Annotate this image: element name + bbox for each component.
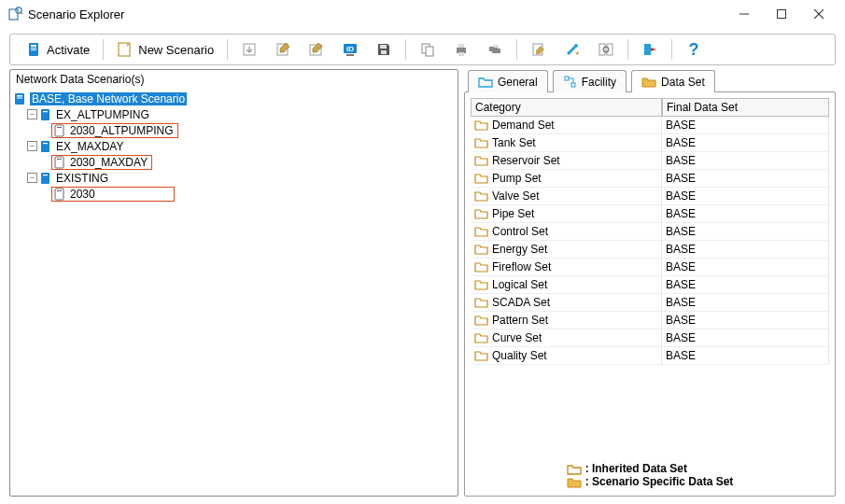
svg-rect-18 — [380, 45, 387, 49]
panel-header: Network Data Scenario(s) — [10, 70, 458, 89]
tree-node[interactable]: 2030_MAXDAY — [68, 156, 149, 169]
svg-rect-30 — [599, 44, 605, 55]
svg-rect-23 — [458, 44, 464, 48]
folder-outline-icon — [567, 463, 582, 475]
separator — [227, 39, 228, 60]
svg-line-2 — [21, 12, 22, 14]
facility-icon — [563, 75, 577, 89]
grid-row[interactable]: SCADA SetBASE — [471, 294, 829, 312]
category-cell: Control Set — [471, 223, 662, 241]
grid-row[interactable]: Quality SetBASE — [471, 347, 829, 365]
edit-button[interactable] — [303, 39, 331, 60]
print-all-button[interactable] — [481, 39, 509, 60]
category-cell: Fireflow Set — [471, 259, 662, 276]
category-cell: Tank Set — [471, 134, 662, 152]
separator — [516, 39, 517, 60]
svg-rect-27 — [494, 45, 499, 48]
export-button[interactable] — [636, 39, 664, 60]
grid-row[interactable]: Control SetBASE — [471, 223, 829, 241]
collapse-icon[interactable]: − — [27, 173, 37, 183]
category-cell: Energy Set — [471, 241, 662, 259]
svg-rect-49 — [565, 77, 569, 80]
column-header-category[interactable]: Category — [471, 99, 662, 117]
close-button[interactable] — [800, 1, 838, 27]
svg-rect-17 — [346, 54, 354, 56]
copy-button[interactable] — [414, 39, 442, 60]
svg-rect-37 — [41, 109, 49, 120]
tab-general[interactable]: General — [468, 70, 548, 92]
value-cell: BASE — [662, 205, 829, 223]
collapse-icon[interactable]: − — [27, 141, 37, 151]
tab-facility[interactable]: Facility — [553, 70, 627, 92]
compare-button[interactable] — [592, 39, 620, 60]
svg-rect-41 — [41, 141, 49, 152]
save-button[interactable] — [370, 39, 398, 60]
grid-row[interactable]: Fireflow SetBASE — [471, 259, 829, 276]
svg-rect-40 — [57, 127, 62, 128]
scenario-icon — [54, 188, 65, 201]
svg-rect-45 — [41, 173, 49, 184]
tree-node[interactable]: EX_MAXDAY — [54, 140, 125, 153]
help-button[interactable]: ? — [680, 39, 708, 60]
category-cell: Quality Set — [471, 347, 662, 365]
scenario-icon — [54, 124, 65, 137]
svg-text:ID: ID — [346, 45, 354, 53]
svg-rect-44 — [57, 159, 62, 160]
separator — [627, 39, 628, 60]
grid-row[interactable]: Logical SetBASE — [471, 276, 829, 294]
grid-row[interactable]: Energy SetBASE — [471, 241, 829, 259]
svg-rect-10 — [31, 49, 36, 50]
tree-node[interactable]: 2030_ALTPUMPING — [68, 124, 176, 137]
svg-point-29 — [574, 44, 578, 48]
tree-node[interactable]: 2030 — [68, 188, 97, 201]
separator — [671, 39, 672, 60]
tabs: General Facility Data Set — [464, 69, 836, 91]
svg-rect-39 — [55, 125, 63, 136]
minimize-button[interactable] — [725, 1, 763, 27]
column-header-value[interactable]: Final Data Set — [662, 99, 829, 117]
tab-label: Facility — [582, 76, 616, 89]
scenario-icon — [40, 108, 51, 121]
maximize-button[interactable] — [763, 1, 800, 27]
category-cell: Valve Set — [471, 188, 662, 205]
category-cell: Pattern Set — [471, 312, 662, 329]
edit-note-button[interactable] — [269, 39, 297, 60]
grid-row[interactable]: Reservoir SetBASE — [471, 152, 829, 170]
grid-row[interactable]: Tank SetBASE — [471, 134, 829, 152]
value-cell: BASE — [662, 152, 829, 170]
scenario-tree[interactable]: BASE, Base Network Scenario − EX_ALTPUMP… — [10, 89, 458, 496]
new-scenario-button[interactable]: New Scenario — [111, 39, 219, 60]
print-button[interactable] — [447, 39, 475, 60]
grid-row[interactable]: Pattern SetBASE — [471, 312, 829, 329]
value-cell: BASE — [662, 329, 829, 347]
scenario-icon — [54, 156, 65, 169]
legend-inherited: : Inherited Data Set — [585, 462, 687, 475]
value-cell: BASE — [662, 347, 829, 365]
value-cell: BASE — [662, 134, 829, 152]
tab-dataset[interactable]: Data Set — [631, 70, 715, 92]
import-button[interactable] — [235, 39, 263, 60]
settings-button[interactable] — [558, 39, 586, 60]
id-button[interactable]: ID — [336, 39, 364, 60]
legend-specific: : Scenario Specific Data Set — [585, 475, 734, 488]
grid-row[interactable]: Pipe SetBASE — [471, 205, 829, 223]
scenario-tree-panel: Network Data Scenario(s) BASE, Base Netw… — [9, 69, 458, 497]
value-cell: BASE — [662, 117, 829, 134]
svg-rect-35 — [17, 95, 22, 97]
tree-node-root[interactable]: BASE, Base Network Scenario — [30, 92, 187, 105]
folder-open-icon — [478, 76, 493, 88]
svg-rect-0 — [9, 9, 18, 20]
grid-row[interactable]: Curve SetBASE — [471, 329, 829, 347]
tree-node[interactable]: EX_ALTPUMPING — [54, 108, 151, 121]
svg-rect-31 — [607, 44, 613, 55]
grid-row[interactable]: Pump SetBASE — [471, 170, 829, 188]
svg-rect-26 — [492, 49, 500, 53]
tab-label: Data Set — [661, 76, 705, 89]
grid-row[interactable]: Demand SetBASE — [471, 117, 829, 134]
tree-node[interactable]: EXISTING — [54, 172, 110, 185]
collapse-icon[interactable]: − — [27, 109, 37, 119]
svg-rect-24 — [458, 52, 464, 56]
activate-button[interactable]: Activate — [21, 39, 95, 60]
edit-scenario-button[interactable] — [525, 39, 553, 60]
grid-row[interactable]: Valve SetBASE — [471, 188, 829, 205]
